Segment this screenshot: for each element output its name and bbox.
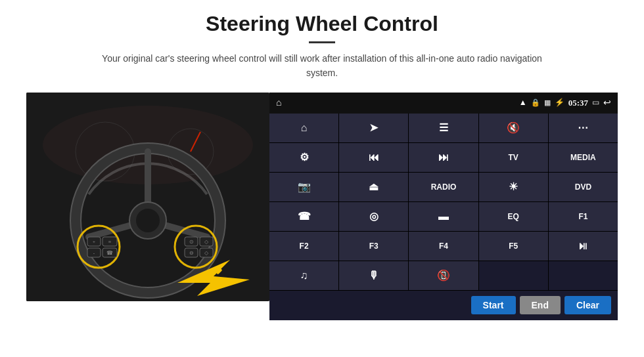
back-icon: ↩	[603, 97, 611, 108]
ctrl-btn-play-pause[interactable]: ⏯	[549, 232, 618, 261]
clear-button[interactable]: Clear	[564, 296, 611, 314]
btn-label-tv: TV	[509, 153, 518, 162]
call-end-icon: 📵	[437, 270, 450, 281]
ctrl-btn-brightness[interactable]: ☀	[479, 173, 548, 201]
ctrl-btn-camera[interactable]: 📷	[269, 173, 338, 201]
ctrl-btn-browser[interactable]: ◎	[339, 202, 408, 231]
status-home-icon: ⌂	[276, 98, 281, 108]
sd-icon: ▦	[544, 98, 551, 107]
ctrl-btn-tv[interactable]: TV	[479, 143, 548, 172]
music-icon: ♫	[300, 270, 308, 281]
ctrl-btn-next[interactable]: ⏭	[409, 143, 478, 172]
btn-label-media: MEDIA	[570, 153, 596, 162]
steering-wheel-image: + - ≡ ☎ ⊙ ◇ ⊖ ◇ ➜	[26, 93, 269, 301]
ctrl-btn-settings[interactable]: ⚙	[269, 143, 338, 172]
svg-point-11	[136, 209, 160, 232]
start-button[interactable]: Start	[471, 296, 516, 314]
browser-icon: ◎	[369, 211, 379, 222]
ctrl-btn-f4[interactable]: F4	[409, 232, 478, 261]
status-bar: ⌂ ▲ 🔒 ▦ ⚡ 05:37 ▭ ↩	[269, 93, 618, 114]
ctrl-btn-empty1	[479, 261, 548, 290]
svg-text:◇: ◇	[204, 250, 209, 256]
vol-mute-icon: 🔇	[507, 123, 520, 133]
btn-label-f2: F2	[300, 242, 309, 251]
phone-icon: ☎	[298, 211, 311, 222]
mic-icon: 🎙	[369, 270, 379, 281]
status-time: 05:37	[568, 98, 588, 108]
home-icon: ⌂	[301, 123, 308, 133]
ctrl-btn-f5[interactable]: F5	[479, 232, 548, 261]
end-button[interactable]: End	[520, 296, 561, 314]
screen-icon: ▭	[592, 98, 599, 108]
ctrl-btn-prev[interactable]: ⏮	[339, 143, 408, 172]
svg-text:➜: ➜	[210, 262, 222, 278]
ctrl-btn-vol-mute[interactable]: 🔇	[479, 114, 548, 142]
screen-icon: ▬	[438, 211, 449, 222]
bottom-bar: Start End Clear	[269, 290, 618, 320]
ctrl-btn-music[interactable]: ♫	[269, 261, 338, 290]
ctrl-btn-f2[interactable]: F2	[269, 232, 338, 261]
svg-text:+: +	[93, 240, 95, 245]
btn-label-f4: F4	[439, 242, 448, 251]
status-right: ▲ 🔒 ▦ ⚡ 05:37 ▭ ↩	[519, 97, 611, 108]
play-pause-icon: ⏯	[578, 241, 588, 251]
ctrl-btn-mic[interactable]: 🎙	[339, 261, 408, 290]
status-left: ⌂	[276, 98, 281, 108]
ctrl-btn-dvd[interactable]: DVD	[549, 173, 618, 201]
next-icon: ⏭	[438, 152, 449, 163]
btn-label-radio: RADIO	[431, 182, 457, 192]
title-divider	[309, 41, 335, 43]
prev-icon: ⏮	[369, 152, 379, 163]
btn-label-dvd: DVD	[575, 182, 591, 192]
ctrl-btn-f3[interactable]: F3	[339, 232, 408, 261]
button-grid: ⌂➤☰🔇⋯⚙⏮⏭TVMEDIA📷⏏RADIO☀DVD☎◎▬EQF1F2F3F4F…	[269, 114, 618, 290]
control-panel: ⌂ ▲ 🔒 ▦ ⚡ 05:37 ▭ ↩ ⌂➤☰🔇⋯⚙⏮⏭TVMEDIA📷⏏RAD…	[269, 93, 618, 320]
camera-icon: 📷	[298, 182, 311, 192]
ctrl-btn-media[interactable]: MEDIA	[549, 143, 618, 172]
ctrl-btn-radio[interactable]: RADIO	[409, 173, 478, 201]
ctrl-btn-empty2	[549, 261, 618, 290]
ctrl-btn-eq[interactable]: EQ	[479, 202, 548, 231]
btn-label-f3: F3	[369, 242, 379, 251]
ctrl-btn-home[interactable]: ⌂	[269, 114, 338, 142]
lock-icon: 🔒	[531, 98, 540, 107]
ctrl-btn-eject[interactable]: ⏏	[339, 173, 408, 201]
btn-label-eq: EQ	[508, 212, 519, 221]
page-wrapper: Steering Wheel Control Your original car…	[0, 0, 644, 357]
svg-text:☎: ☎	[106, 250, 113, 256]
menu-icon: ☰	[439, 123, 448, 133]
settings-icon: ⚙	[300, 152, 309, 163]
ctrl-btn-apps[interactable]: ⋯	[549, 114, 618, 142]
brightness-icon: ☀	[509, 182, 518, 192]
ctrl-btn-phone[interactable]: ☎	[269, 202, 338, 231]
nav-icon: ➤	[369, 123, 378, 133]
ctrl-btn-screen[interactable]: ▬	[409, 202, 478, 231]
content-row: + - ≡ ☎ ⊙ ◇ ⊖ ◇ ➜	[26, 93, 618, 320]
ctrl-btn-f1[interactable]: F1	[549, 202, 618, 231]
svg-text:⊙: ⊙	[189, 239, 194, 245]
btn-label-f5: F5	[509, 242, 518, 251]
apps-icon: ⋯	[578, 123, 588, 133]
svg-text:◇: ◇	[204, 239, 209, 245]
ctrl-btn-call-end[interactable]: 📵	[409, 261, 478, 290]
eject-icon: ⏏	[369, 182, 379, 192]
page-subtitle: Your original car's steering wheel contr…	[99, 51, 545, 81]
wifi-icon: ▲	[519, 98, 527, 108]
ctrl-btn-menu[interactable]: ☰	[409, 114, 478, 142]
bluetooth-icon: ⚡	[555, 98, 564, 108]
btn-label-f1: F1	[578, 212, 587, 221]
ctrl-btn-nav[interactable]: ➤	[339, 114, 408, 142]
svg-text:≡: ≡	[108, 239, 112, 245]
page-title: Steering Wheel Control	[206, 12, 438, 36]
svg-text:⊖: ⊖	[189, 250, 194, 256]
